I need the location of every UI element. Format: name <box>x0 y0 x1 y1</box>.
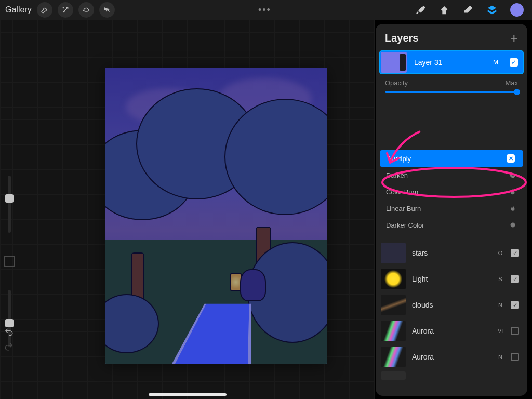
blend-mode-color-burn[interactable]: Color Burn <box>378 183 525 200</box>
adjustments-wand-icon[interactable] <box>58 2 73 18</box>
multiply-badge-icon: ✕ <box>507 154 515 163</box>
layer-name: Light <box>412 275 490 283</box>
blend-mode-label: Multiply <box>388 155 411 163</box>
svg-point-0 <box>511 223 515 228</box>
layer-thumbnail <box>381 295 406 315</box>
top-toolbar: Gallery ••• <box>0 0 532 20</box>
layer-blend-short[interactable]: N <box>496 354 504 360</box>
layer-name: stars <box>412 249 490 257</box>
opacity-slider[interactable] <box>385 91 518 93</box>
eraser-tool-icon[interactable] <box>462 4 474 16</box>
blend-mode-picker[interactable]: Multiply ✕ Darken Color Burn Linear Burn <box>378 98 525 233</box>
layer-blend-short[interactable]: S <box>496 276 504 282</box>
undo-button[interactable] <box>3 326 15 338</box>
gallery-button[interactable]: Gallery <box>5 5 32 15</box>
blend-mode-label: Darken <box>386 171 408 179</box>
layers-panel-title: Layers <box>385 32 419 44</box>
layer-thumbnail <box>381 371 406 380</box>
layer-row-light[interactable]: Light S ✓ <box>379 267 524 291</box>
layer-row-clouds[interactable]: clouds N ✓ <box>379 292 524 317</box>
layer-blend-short[interactable]: O <box>496 250 504 256</box>
layer-blend-short[interactable]: N <box>496 302 504 308</box>
flame-icon <box>509 204 517 212</box>
layer-visibility-checkbox[interactable] <box>511 353 519 361</box>
canvas-area[interactable] <box>0 20 375 399</box>
layer-visibility-checkbox[interactable]: ✓ <box>511 275 519 283</box>
active-layer-blend-short[interactable]: M <box>493 59 498 66</box>
active-layer-thumbnail <box>381 52 407 73</box>
layer-row-aurora-1[interactable]: Aurora Vl <box>379 318 524 343</box>
active-layer-name: Layer 31 <box>414 58 487 66</box>
blend-mode-label: Darker Color <box>386 221 424 229</box>
sidebar-sliders <box>3 176 16 347</box>
circle-icon <box>509 221 517 229</box>
actions-wrench-icon[interactable] <box>37 2 52 18</box>
layer-row-partial[interactable] <box>379 370 524 381</box>
active-layer-visibility-checkbox[interactable]: ✓ <box>510 58 518 66</box>
redo-button[interactable] <box>3 341 15 352</box>
layer-name: clouds <box>412 301 490 309</box>
brush-tool-icon[interactable] <box>415 4 426 16</box>
transform-arrow-icon[interactable] <box>99 2 115 18</box>
layer-thumbnail <box>381 321 406 341</box>
layer-thumbnail <box>381 243 406 263</box>
layer-row-stars[interactable]: stars O ✓ <box>379 241 524 265</box>
layer-visibility-checkbox[interactable]: ✓ <box>511 249 519 257</box>
layer-visibility-checkbox[interactable]: ✓ <box>511 301 519 309</box>
layer-name: Aurora <box>412 353 490 361</box>
blend-mode-darker-color[interactable]: Darker Color <box>378 217 525 233</box>
layer-visibility-checkbox[interactable] <box>511 327 519 335</box>
blend-mode-label: Color Burn <box>386 188 418 196</box>
droplet-icon <box>509 188 517 196</box>
layer-list: stars O ✓ Light S ✓ clouds N ✓ Aurora Vl… <box>379 241 524 381</box>
blend-mode-linear-burn[interactable]: Linear Burn <box>378 200 525 217</box>
opacity-value: Max <box>505 79 518 87</box>
layer-row-aurora-2[interactable]: Aurora N <box>379 344 524 369</box>
blend-mode-darken[interactable]: Darken <box>378 167 525 183</box>
selection-icon[interactable] <box>78 2 94 18</box>
more-menu-icon[interactable]: ••• <box>115 5 415 16</box>
layer-blend-short[interactable]: Vl <box>496 328 504 334</box>
modify-button[interactable] <box>4 256 15 267</box>
layer-thumbnail <box>381 347 406 367</box>
opacity-label: Opacity <box>385 79 408 87</box>
brush-size-slider[interactable] <box>8 176 11 233</box>
layer-thumbnail <box>381 269 406 289</box>
canvas-artwork[interactable] <box>105 68 327 364</box>
blend-mode-multiply[interactable]: Multiply ✕ <box>380 150 523 167</box>
active-layer-row[interactable]: Layer 31 M ✓ <box>380 51 523 74</box>
layers-panel: Layers + Layer 31 M ✓ Opacity Max Multip… <box>376 24 527 396</box>
layer-name: Aurora <box>412 327 490 335</box>
add-layer-button[interactable]: + <box>510 31 518 45</box>
moon-icon <box>509 171 517 179</box>
smudge-tool-icon[interactable] <box>438 4 450 16</box>
layers-tool-icon[interactable] <box>486 4 498 16</box>
color-picker-swatch[interactable] <box>510 3 524 17</box>
home-indicator <box>149 393 227 396</box>
blend-mode-label: Linear Burn <box>386 205 421 212</box>
